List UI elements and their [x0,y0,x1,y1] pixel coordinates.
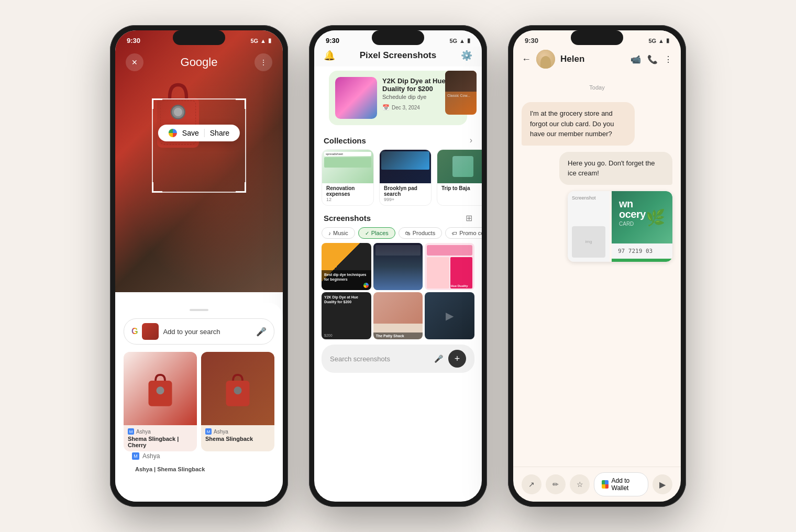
chip-promo[interactable]: 🏷 Promo codes [445,227,482,239]
card-store-2: ocery [619,208,646,220]
source-badge-2: M [205,428,212,435]
collection-count-2: 999+ [384,197,427,202]
lens-header: ✕ Google ⋮ [115,53,283,71]
screenshot-5[interactable]: The Patty Shack [373,292,423,339]
star-button[interactable]: ☆ [570,474,590,494]
signal-text-2: 5G [449,38,457,44]
screenshot-4[interactable]: Y2K Dip Dye at Hue Duality for $200 $200 [322,292,371,339]
bag-icon: 🛍 [405,230,411,236]
phone-2: 9:30 5G ▲ ▮ 🔔 Pixel Screenshots ⚙️ Y2K D… [309,25,487,507]
screenshot-2[interactable] [373,243,423,290]
card-strip [612,259,672,262]
card-attachment: Screenshot img wn ocery CARD [568,191,672,262]
screenshots-section-header: Screenshots ⊞ [314,206,482,227]
svg-point-6 [157,386,164,394]
save-share-pill: Save Share [158,125,240,141]
collection-footer-3: Trip to Baja [437,183,482,194]
chip-places[interactable]: ✓ Places [358,227,395,239]
battery-3: ▮ [666,37,669,44]
collections-row: spreadsheet Renovation expenses 12 Brook… [314,149,482,206]
screenshots-header: 🔔 Pixel Screenshots ⚙️ [314,47,482,66]
card-store-1: wn [619,198,633,209]
share-label[interactable]: Share [210,129,229,137]
collection-card-1[interactable]: spreadsheet Renovation expenses 12 [322,149,374,206]
result-card-1[interactable]: M Ashya Shema Slingback | Cherry [124,352,197,451]
mic-icon[interactable]: 🎤 [256,327,267,337]
status-icons-3: 5G ▲ ▮ [648,37,669,44]
video-call-button[interactable]: 📹 [631,54,641,64]
signal-text-3: 5G [648,38,656,44]
screenshots-title: Pixel Screenshots [360,50,436,61]
result-image-1 [124,352,197,425]
messages-actions: ↗ ✏ ☆ Add to Wallet ▶ [513,467,681,502]
sent-message-1: Here you go. Don't forget the ice cream! [559,152,672,185]
add-to-wallet-label: Add to Wallet [612,477,640,492]
google-logo: G [131,327,138,336]
result-card-footer-1: M Ashya Shema Slingback | Cherry [124,425,197,451]
collection-card-3[interactable]: Trip to Baja [437,149,482,206]
status-time-2: 9:30 [326,37,339,45]
search-ss-icons: 🎤 + [434,350,466,368]
close-button[interactable]: ✕ [126,53,143,71]
add-button[interactable]: + [448,350,466,368]
music-icon: ♪ [328,230,331,236]
grid-view-icon[interactable]: ⊞ [466,213,472,223]
phone-3: 9:30 5G ▲ ▮ ← Helen 📹 📞 ⋮ Tod [508,25,686,507]
status-bar-1: 9:30 5G ▲ ▮ [115,30,283,47]
collection-name-2: Brooklyn pad search [384,185,427,197]
collection-card-2[interactable]: Brooklyn pad search 999+ [379,149,432,206]
header-actions: 📹 📞 ⋮ [631,54,672,64]
search-text: Add to your search [163,328,252,336]
chip-music[interactable]: ♪ Music [322,227,355,239]
save-label[interactable]: Save [182,129,199,137]
signal-bars-2: ▲ [459,38,465,44]
more-button[interactable]: ⋮ [664,54,672,64]
screenshot-1[interactable]: Best dip dye techniques for beginners [322,243,371,290]
card-type-label: CARD [619,221,634,227]
chip-products[interactable]: 🛍 Products [399,227,442,239]
featured-card-secondary: Classic Cow... [445,71,477,115]
google-dot [169,129,177,137]
result-title-1: Shema Slingback | Cherry [128,436,193,448]
screenshot-6[interactable]: ▶ [425,292,474,339]
edit-button[interactable]: ✏ [546,474,566,494]
status-time-1: 9:30 [127,37,140,45]
sheet-handle [190,309,208,311]
result-image-2 [201,352,274,425]
brand-name: Ashya [142,452,160,460]
contact-name: Helen [560,54,625,64]
phone-1: 9:30 5G ▲ ▮ ✕ Google ⋮ Save Share G [110,25,288,507]
search-screenshots-bar[interactable]: Search screenshots 🎤 + [322,345,474,373]
microphone-icon[interactable]: 🎤 [434,354,443,363]
share-button[interactable]: ↗ [522,474,541,494]
collection-img-3 [437,150,482,183]
search-ss-placeholder: Search screenshots [330,355,390,363]
back-button[interactable]: ← [522,54,531,65]
collections-arrow[interactable]: › [470,136,472,145]
featured-area: Y2K Dip Dye at Hue Duality for $200 Sche… [322,66,474,129]
bell-icon[interactable]: 🔔 [324,50,335,61]
phone-call-button[interactable]: 📞 [647,54,658,64]
collections-title: Collections [324,136,366,145]
search-thumbnail [142,323,159,340]
lens-results-sheet: G Add to your search 🎤 [115,303,283,502]
screenshot-3[interactable]: Hue Duality [425,243,474,290]
status-time-3: 9:30 [525,37,538,45]
collection-footer-2: Brooklyn pad search 999+ [380,183,431,205]
ss-label-5: The Patty Shack [376,334,421,338]
result-card-2[interactable]: M Ashya Shema Slingback [201,352,274,451]
lens-search-bar[interactable]: G Add to your search 🎤 [124,318,274,345]
notch-3 [571,30,623,45]
send-button[interactable]: ▶ [653,474,672,494]
collection-count-1: 12 [326,197,369,202]
screenshots-grid: Best dip dye techniques for beginners [314,243,482,339]
lens-title: Google [181,56,218,69]
messages-body: Today I'm at the grocery store and forgo… [513,74,681,467]
more-options-button[interactable]: ⋮ [255,53,272,71]
ss-label-4: Y2K Dip Dye at Hue Duality for $200 [324,295,369,304]
add-to-wallet-button[interactable]: Add to Wallet [594,472,648,496]
collection-footer-1: Renovation expenses 12 [322,183,373,205]
ss-label-1: Best dip dye techniques for beginners [324,272,369,282]
settings-icon[interactable]: ⚙️ [461,50,472,61]
check-icon: ✓ [365,230,369,236]
